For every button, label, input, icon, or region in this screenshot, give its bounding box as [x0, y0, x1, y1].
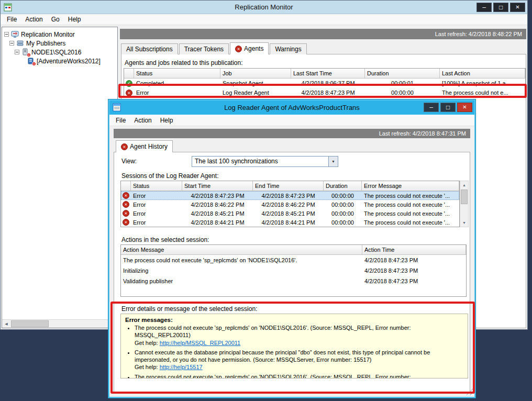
session-row[interactable]: Error 4/2/2018 8:47:23 PM 4/2/2018 8:47:…: [121, 191, 459, 200]
scrollbar-thumb[interactable]: [11, 320, 49, 327]
table-row-snapshot-agent[interactable]: Completed Snapshot Agent 4/2/2018 8:06:3…: [124, 79, 525, 88]
status-icon-cell: [124, 79, 134, 88]
agents-jobs-table: Status Job Last Start Time Duration Last…: [124, 68, 526, 98]
collapse-icon[interactable]: [15, 50, 19, 54]
duration-cell: 00:00:00: [324, 191, 362, 200]
menu-file[interactable]: File: [3, 15, 21, 24]
tab-all-subscriptions[interactable]: All Subscriptions: [121, 43, 178, 54]
scroll-down-icon[interactable]: [460, 219, 468, 227]
action-row[interactable]: Validating publisher 4/2/2018 8:47:23 PM: [121, 276, 466, 286]
status-icon-cell: [124, 88, 134, 97]
menu-help[interactable]: Help: [64, 15, 85, 24]
session-row[interactable]: Error 4/2/2018 8:46:22 PM 4/2/2018 8:46:…: [121, 200, 459, 209]
tab-agent-history[interactable]: Agent History: [116, 140, 173, 152]
help-link[interactable]: http://help/15517: [160, 364, 203, 370]
scroll-up-icon[interactable]: [460, 181, 468, 189]
collapse-icon[interactable]: [4, 32, 9, 37]
desktop: Replication Monitor File Action Go Help …: [0, 0, 532, 401]
window-title: Replication Monitor: [1, 1, 527, 14]
collapse-icon[interactable]: [9, 41, 14, 46]
session-row[interactable]: Error 4/2/2018 8:45:21 PM 4/2/2018 8:45:…: [121, 209, 459, 218]
header-start-time[interactable]: Start Time: [182, 181, 253, 191]
last-action-cell: [100%] A snapshot of 1 a...: [440, 79, 525, 88]
error-text: The process could not execute 'sp_replcm…: [135, 374, 411, 378]
close-button[interactable]: [510, 3, 525, 12]
header-icon-column[interactable]: [121, 181, 131, 191]
scroll-left-icon[interactable]: [2, 320, 10, 328]
tab-agents[interactable]: Agents: [230, 42, 269, 54]
agent-history-page: View: The last 100 synchronizations Sess…: [114, 152, 470, 393]
window-controls: [476, 3, 525, 12]
action-message-cell: Initializing: [121, 265, 362, 276]
tab-label: All Subscriptions: [126, 46, 173, 53]
status-cell: Error: [131, 191, 182, 200]
minimize-button[interactable]: [424, 103, 439, 112]
header-duration[interactable]: Duration: [365, 69, 440, 78]
tree-item-replication-monitor[interactable]: Replication Monitor: [4, 30, 75, 39]
tree-item-my-publishers[interactable]: My Publishers: [9, 39, 65, 48]
table-header-row: Action Message Action Time: [121, 245, 466, 255]
view-dropdown-value: The last 100 synchronizations: [192, 157, 328, 166]
start-time-cell: 4/2/2018 8:46:22 PM: [182, 200, 253, 209]
log-reader-agent-window: Log Reader Agent of AdvWorksProductTrans…: [108, 99, 475, 398]
error-status-icon: [121, 143, 128, 150]
end-time-cell: 4/2/2018 8:45:21 PM: [253, 209, 324, 218]
tab-tracer-tokens[interactable]: Tracer Tokens: [179, 43, 229, 54]
view-dropdown[interactable]: The last 100 synchronizations: [192, 156, 338, 167]
tree-item-label: Replication Monitor: [21, 31, 75, 38]
status-icon-cell: [121, 209, 131, 218]
tree-horizontal-scrollbar[interactable]: [2, 319, 117, 328]
header-last-start-time[interactable]: Last Start Time: [291, 69, 365, 78]
status-cell: Error: [131, 209, 182, 218]
minimize-button[interactable]: [476, 3, 492, 12]
main-menubar: File Action Go Help: [1, 14, 527, 25]
start-time-cell: 4/2/2018 8:47:23 PM: [182, 191, 253, 200]
get-help-label: Get help:: [135, 340, 160, 346]
menu-action[interactable]: Action: [130, 116, 156, 125]
error-icon: [123, 210, 129, 217]
header-action-message[interactable]: Action Message: [121, 245, 362, 254]
end-time-cell: 4/2/2018 8:47:23 PM: [253, 191, 324, 200]
menu-go[interactable]: Go: [47, 15, 64, 24]
header-icon-column[interactable]: [124, 69, 134, 78]
duration-cell: 00:00:00: [365, 88, 440, 97]
tree-item-node1-sql2016[interactable]: NODE1\SQL2016: [15, 48, 81, 57]
error-message-item: Cannot execute as the database principal…: [135, 349, 468, 371]
publishers-folder-icon: [16, 39, 25, 47]
close-button[interactable]: [457, 103, 472, 112]
header-last-action[interactable]: Last Action: [440, 69, 525, 78]
end-time-cell: 4/2/2018 8:46:22 PM: [253, 200, 324, 209]
scrollbar-thumb[interactable]: [461, 190, 468, 204]
job-cell: Log Reader Agent: [220, 88, 291, 97]
chevron-down-icon[interactable]: [328, 157, 338, 166]
sessions-vertical-scrollbar[interactable]: [460, 181, 469, 227]
tree-item-adventureworks2012[interactable]: [AdventureWorks2012]: [20, 57, 101, 65]
last-start-cell: 4/2/2018 8:06:37 PM: [291, 79, 365, 88]
header-status[interactable]: Status: [134, 69, 220, 78]
duration-cell: 00:00:01: [365, 79, 440, 88]
header-duration[interactable]: Duration: [324, 181, 362, 191]
header-status[interactable]: Status: [131, 181, 182, 191]
menu-file[interactable]: File: [112, 116, 130, 125]
action-row[interactable]: The process could not execute 'sp_replcm…: [121, 255, 466, 265]
last-refresh-bar: Last refresh: 4/2/2018 8:47:31 PM: [114, 129, 470, 138]
action-row[interactable]: Initializing 4/2/2018 8:47:23 PM: [121, 265, 466, 276]
menu-action[interactable]: Action: [21, 15, 47, 24]
session-row[interactable]: Error 4/2/2018 8:44:21 PM 4/2/2018 8:44:…: [121, 218, 459, 227]
maximize-button[interactable]: [493, 3, 508, 12]
error-message-cell: The process could not execute '...: [362, 200, 459, 209]
tab-warnings[interactable]: Warnings: [270, 43, 306, 54]
maximize-button[interactable]: [440, 103, 456, 112]
menu-help[interactable]: Help: [156, 116, 178, 125]
header-action-time[interactable]: Action Time: [362, 245, 466, 254]
help-link[interactable]: http://help/MSSQL_REPL20011: [160, 340, 241, 346]
replication-monitor-icon: [11, 30, 19, 38]
header-error-message[interactable]: Error Message: [362, 181, 459, 191]
table-row-log-reader-agent[interactable]: Error Log Reader Agent 4/2/2018 8:47:23 …: [124, 88, 525, 97]
tree-item-label: NODE1\SQL2016: [31, 49, 81, 56]
sessions-caption: Sessions of the Log Reader Agent:: [121, 172, 218, 180]
status-cell: Error: [131, 200, 182, 209]
last-refresh-bar: Last refresh: 4/2/2018 8:48:22 PM: [120, 29, 526, 39]
header-job[interactable]: Job: [220, 69, 291, 78]
header-end-time[interactable]: End Time: [253, 181, 324, 191]
